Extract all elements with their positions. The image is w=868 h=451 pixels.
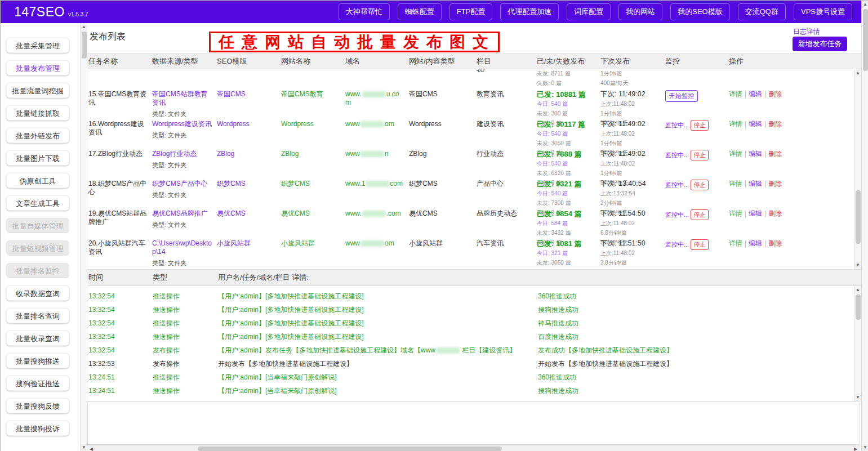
scroll-down-icon[interactable]: ▼: [862, 444, 868, 451]
log-detail-link[interactable]: 日志详情: [793, 27, 820, 37]
sidebar-item-2[interactable]: 批量流量词挖掘: [6, 83, 69, 98]
window-scrollbar-thumb[interactable]: [863, 9, 868, 71]
scroll-down-icon[interactable]: ▼: [81, 444, 87, 451]
detail-link[interactable]: 详情: [729, 120, 742, 128]
site-name-link[interactable]: 帝国CMS教育: [281, 90, 323, 98]
sidebar-item-12[interactable]: 批量排名查询: [6, 308, 69, 323]
seo-template-link[interactable]: Wordpress: [217, 120, 250, 128]
sidebar-item-3[interactable]: 批量链接抓取: [6, 105, 69, 120]
sidebar-item-13[interactable]: 批量收录查询: [6, 331, 69, 346]
new-task-button[interactable]: 新增发布任务: [793, 37, 847, 51]
site-name-link[interactable]: Wordpress: [281, 120, 314, 128]
delete-link[interactable]: 删除: [768, 209, 782, 217]
sidebar-item-6[interactable]: 伪原创工具: [6, 173, 69, 188]
detail-link[interactable]: 详情: [729, 90, 742, 98]
site-name-link[interactable]: 小旋风站群: [281, 239, 315, 247]
edit-link[interactable]: 编辑: [749, 120, 762, 128]
scroll-left-icon[interactable]: ◀: [88, 446, 95, 451]
sidebar-item-17[interactable]: 批量搜狗投诉: [6, 421, 69, 436]
detail-link[interactable]: 详情: [729, 209, 742, 217]
scroll-up-icon[interactable]: ▲: [854, 70, 861, 77]
sidebar-item-11[interactable]: 收录数据查询: [6, 285, 69, 301]
domain-link[interactable]: wwwom: [345, 120, 394, 128]
delete-link[interactable]: 删除: [768, 239, 782, 247]
delete-link[interactable]: 删除: [768, 90, 782, 98]
domain-link[interactable]: wwwom: [345, 239, 394, 247]
site-name-link[interactable]: 易优CMS: [281, 209, 310, 217]
log-col-header-2: 用户名/任务/域名/栏目 详情:: [218, 270, 538, 285]
seo-template-link[interactable]: 帝国CMS: [217, 90, 246, 98]
sidebar-scrollbar-thumb[interactable]: [82, 32, 87, 59]
edit-link[interactable]: 编辑: [749, 209, 762, 217]
sidebar-item-5[interactable]: 批量图片下载: [6, 150, 69, 166]
task-rows: 表/ 未发: 8711 篇 失败: 0 篇 1分钟/篇 400篇/每天 15.帝…: [87, 69, 854, 265]
detail-link[interactable]: 详情: [729, 239, 742, 247]
action-separator: |: [764, 209, 766, 217]
task-next-publish: 下次: 11:51:50上次:11:48:023.8分钟/篇540篇/每天: [600, 239, 665, 269]
scroll-up-icon[interactable]: ▲: [854, 287, 861, 293]
sidebar-item-1[interactable]: 批量发布管理: [6, 60, 69, 75]
task-scrollbar-thumb[interactable]: [856, 190, 861, 244]
sidebar-item-14[interactable]: 批量搜狗推送: [6, 353, 69, 368]
stop-monitor-button[interactable]: 停止: [691, 120, 709, 131]
seo-template-link[interactable]: 易优CMS: [217, 209, 246, 217]
edit-link[interactable]: 编辑: [749, 150, 762, 158]
delete-link[interactable]: 删除: [768, 180, 782, 187]
stop-monitor-button[interactable]: 停止: [691, 180, 709, 190]
topbar-nav-item-6[interactable]: 我的SEO模版: [670, 3, 729, 20]
stop-monitor-button[interactable]: 停止: [691, 150, 709, 160]
delete-link[interactable]: 删除: [768, 150, 782, 158]
topbar-nav-item-0[interactable]: 大神帮帮忙: [339, 3, 390, 20]
scroll-down-icon[interactable]: ▼: [854, 262, 861, 269]
edit-link[interactable]: 编辑: [749, 90, 762, 98]
sidebar-item-0[interactable]: 批量采集管理: [6, 38, 69, 53]
page-title: 发布列表: [90, 31, 126, 43]
scroll-up-icon[interactable]: ▲: [862, 1, 868, 8]
edit-link[interactable]: 编辑: [749, 180, 762, 187]
topbar-nav-item-4[interactable]: 词库配置: [567, 3, 611, 20]
log-time: 13:24:51: [88, 373, 153, 381]
domain-link[interactable]: www.1com: [345, 180, 403, 187]
detail-link[interactable]: 详情: [729, 180, 742, 187]
topbar-nav-item-7[interactable]: 交流QQ群: [738, 3, 786, 20]
start-monitor-button[interactable]: 开始监控: [665, 90, 698, 102]
task-source-link[interactable]: Wordpress建设资讯: [152, 120, 212, 128]
task-source-link[interactable]: ZBlog行业动态: [152, 150, 197, 158]
sidebar-item-16[interactable]: 批量搜狗反馈: [6, 398, 69, 413]
scroll-up-icon[interactable]: ▲: [81, 24, 87, 30]
task-source-link[interactable]: 织梦CMS产品中心: [152, 180, 208, 187]
topbar-nav-item-2[interactable]: FTP配置: [449, 3, 493, 20]
topbar-nav-item-8[interactable]: VPS拨号设置: [794, 3, 852, 20]
sidebar-item-15[interactable]: 搜狗验证推送: [6, 376, 69, 391]
site-name-link[interactable]: 织梦CMS: [281, 180, 310, 187]
task-source-link[interactable]: C:\Users\wp\Desktop\14: [152, 239, 212, 256]
detail-link[interactable]: 详情: [729, 150, 742, 158]
sidebar-item-7[interactable]: 文章生成工具: [6, 195, 69, 211]
seo-template-link[interactable]: 小旋风站群: [217, 239, 251, 247]
site-name-link[interactable]: ZBlog: [281, 150, 299, 158]
topbar-nav-item-1[interactable]: 蜘蛛配置: [398, 3, 442, 20]
scroll-down-icon[interactable]: ▼: [854, 394, 861, 401]
domain-link[interactable]: www..com: [345, 209, 401, 217]
stop-monitor-button[interactable]: 停止: [691, 209, 709, 220]
horizontal-scrollbar[interactable]: ◀ ▶: [87, 445, 860, 451]
scroll-right-icon[interactable]: ▶: [852, 446, 859, 451]
log-scrollbar[interactable]: ▲ ▼: [854, 286, 861, 401]
edit-link[interactable]: 编辑: [749, 239, 762, 247]
task-source-link[interactable]: 帝国CMS站群教育资讯: [152, 90, 208, 106]
task-source-link[interactable]: 易优CMS品牌推广: [152, 209, 208, 217]
domain-link[interactable]: wwwn: [345, 150, 389, 158]
seo-template-link[interactable]: ZBlog: [217, 150, 234, 158]
task-scrollbar[interactable]: ▲ ▼: [854, 69, 861, 269]
horizontal-scrollbar-thumb[interactable]: [198, 446, 502, 451]
seo-template-link[interactable]: 织梦CMS: [217, 180, 246, 187]
domain-link[interactable]: www.u.com: [345, 90, 399, 106]
sidebar-scrollbar[interactable]: ▲ ▼: [80, 23, 87, 451]
topbar-nav-item-3[interactable]: 代理配置加速: [500, 3, 559, 20]
stop-monitor-button[interactable]: 停止: [691, 239, 709, 250]
log-scrollbar-thumb[interactable]: [856, 294, 861, 320]
delete-link[interactable]: 删除: [768, 120, 782, 128]
window-scrollbar[interactable]: ▲ ▼: [861, 1, 868, 451]
sidebar-item-4[interactable]: 批量外链发布: [6, 128, 69, 143]
topbar-nav-item-5[interactable]: 我的网站: [618, 3, 662, 20]
